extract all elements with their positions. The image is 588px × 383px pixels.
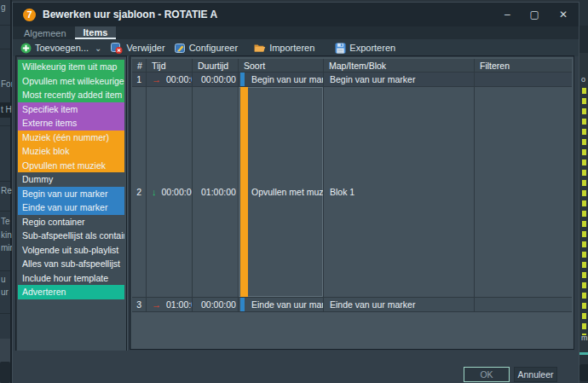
cell-tijd: → 01:00:00 <box>147 298 193 311</box>
table-row[interactable]: 3 → 01:00:00 00:00:00 Einde van uur mark… <box>132 298 572 312</box>
palette-item[interactable]: Willekeurig item uit map <box>18 60 124 74</box>
cell-duurtijd: 00:00:00 <box>193 298 239 311</box>
clipped-text: ur <box>1 287 9 297</box>
export-button-label: Exporteren <box>349 43 395 53</box>
soort-color-bar <box>240 298 245 311</box>
maximize-icon[interactable]: ▢ <box>530 9 539 20</box>
palette-item[interactable]: Alles van sub-afspeellijst <box>18 257 124 271</box>
column-header-soort[interactable]: Soort <box>239 59 324 72</box>
tijd-value: 00:00:00 <box>166 74 193 84</box>
palette-item[interactable]: Specifiek item <box>18 102 124 117</box>
configure-button[interactable]: Configureer <box>175 43 238 54</box>
cell-soort: Einde van uur marker <box>239 298 324 311</box>
cell-duurtijd: 01:00:00 <box>193 87 239 297</box>
remove-button-label: Verwijder <box>126 43 164 53</box>
column-header-duurtijd[interactable]: Duurtijd <box>193 59 239 72</box>
clipped-text: m <box>581 334 588 342</box>
divider <box>0 181 10 182</box>
clipped-text: u <box>1 275 6 284</box>
palette-item[interactable]: Muziek blok <box>18 144 124 159</box>
background-window-right: o m <box>579 0 588 383</box>
table-row[interactable]: 1 → 00:00:00 00:00:00 Begin van uur mark… <box>132 73 572 87</box>
divider <box>0 49 10 49</box>
clipped-text: Te <box>1 217 10 226</box>
import-button-label: Importeren <box>269 43 314 53</box>
palette-item[interactable]: Include hour template <box>18 271 124 286</box>
tab-bar: Algemeen Items <box>13 26 579 39</box>
tijd-value: 00:00:00 <box>162 187 193 197</box>
ok-button[interactable]: OK <box>464 367 510 382</box>
soort-color-bar <box>240 87 248 297</box>
palette-item[interactable]: Externe items <box>18 116 124 131</box>
add-button-label: Toevoegen... <box>35 43 89 53</box>
soort-label: Einde van uur marker <box>251 299 324 310</box>
folder-icon <box>254 43 266 53</box>
palette-item[interactable]: Begin van uur marker <box>18 187 124 201</box>
divider <box>0 211 10 212</box>
soort-label: Begin van uur marker <box>251 74 324 84</box>
minimize-icon[interactable]: – <box>504 9 510 20</box>
column-header-tijd[interactable]: Tijd <box>147 59 193 72</box>
column-header-index[interactable]: # <box>132 59 147 72</box>
palette-item[interactable]: Sub-afspeellijst als container <box>18 229 124 243</box>
palette-item[interactable]: Muziek (één nummer) <box>18 131 124 145</box>
column-header-filteren[interactable]: Filteren <box>475 59 572 72</box>
palette-item[interactable]: Adverteren <box>18 285 124 299</box>
cell-soort: Begin van uur marker <box>239 73 324 86</box>
background-window-left: g For t H Re Te kin min u ur <box>0 0 12 383</box>
cell-index: 1 <box>132 73 147 86</box>
palette-item[interactable]: Regio container <box>18 215 124 229</box>
clipped-text: Re <box>1 186 12 195</box>
palette-item[interactable]: Opvullen met muziek <box>18 159 124 173</box>
table-row[interactable]: 2 ↓ 00:00:00 01:00:00 Opvullen met muzie… <box>132 87 572 298</box>
soort-label: Opvullen met muziek <box>251 187 324 197</box>
clipped-text: g <box>1 3 6 12</box>
export-button[interactable]: Exporteren <box>335 43 395 54</box>
tab-algemeen[interactable]: Algemeen <box>15 26 75 39</box>
configure-icon <box>175 43 186 54</box>
clipped-text: kin <box>1 230 12 240</box>
table-header-row: # Tijd Duurtijd Soort Map/Item/Blok Filt… <box>132 59 572 73</box>
background-strip <box>579 0 588 26</box>
palette-item[interactable]: Dummy <box>18 172 124 187</box>
fill-down-arrow-icon: ↓ <box>152 187 157 197</box>
tijd-value: 01:00:00 <box>166 299 193 310</box>
floppy-disk-icon <box>335 43 346 54</box>
remove-button[interactable]: Verwijder <box>111 43 164 54</box>
soort-color-bar <box>240 73 245 86</box>
edit-hour-template-dialog: 7 Bewerken uur sjabloon - ROTATIE A – ▢ … <box>12 2 579 383</box>
chevron-down-icon[interactable]: ⌄ <box>95 44 101 53</box>
configure-button-label: Configureer <box>189 43 238 53</box>
background-item-markers <box>582 88 586 335</box>
cell-filteren <box>475 298 572 311</box>
item-type-palette: Willekeurig item uit map Opvullen met wi… <box>15 55 127 353</box>
fixed-time-arrow-icon: → <box>152 299 161 310</box>
cell-duurtijd: 00:00:00 <box>193 73 239 86</box>
close-icon[interactable]: ✕ <box>559 9 568 20</box>
cell-map-item-blok: Blok 1 <box>324 87 475 297</box>
cell-map-item-blok: Einde van uur marker <box>324 298 475 311</box>
dialog-title: Bewerken uur sjabloon - ROTATIE A <box>43 9 504 20</box>
cell-index: 3 <box>132 298 147 311</box>
palette-item[interactable]: Opvullen met willekeurige items <box>18 74 124 89</box>
import-button[interactable]: Importeren <box>254 43 314 53</box>
remove-icon <box>111 43 123 54</box>
add-button[interactable]: Toevoegen... <box>20 43 89 54</box>
divider <box>0 125 10 126</box>
cell-index: 2 <box>132 87 147 297</box>
divider <box>0 313 10 314</box>
cancel-button[interactable]: Annuleer <box>514 367 557 382</box>
dialog-titlebar[interactable]: 7 Bewerken uur sjabloon - ROTATIE A – ▢ … <box>13 3 579 26</box>
palette-item[interactable]: Volgende uit sub-playlist <box>18 243 124 258</box>
plus-icon <box>20 43 32 54</box>
background-button <box>579 364 588 381</box>
hour-template-table: # Tijd Duurtijd Soort Map/Item/Blok Filt… <box>130 55 574 350</box>
tab-items[interactable]: Items <box>75 26 117 39</box>
screen: g For t H Re Te kin min u ur o m 7 Bewer… <box>0 0 588 383</box>
toolbar: Toevoegen... ⌄ Verwijder Configureer <box>13 39 579 56</box>
palette-item[interactable]: Einde van uur marker <box>18 200 124 215</box>
palette-item[interactable]: Most recently added item <box>18 88 124 102</box>
divider <box>0 25 10 26</box>
dialog-footer: OK Annuleer <box>13 351 579 383</box>
column-header-map-item-blok[interactable]: Map/Item/Blok <box>324 59 475 72</box>
